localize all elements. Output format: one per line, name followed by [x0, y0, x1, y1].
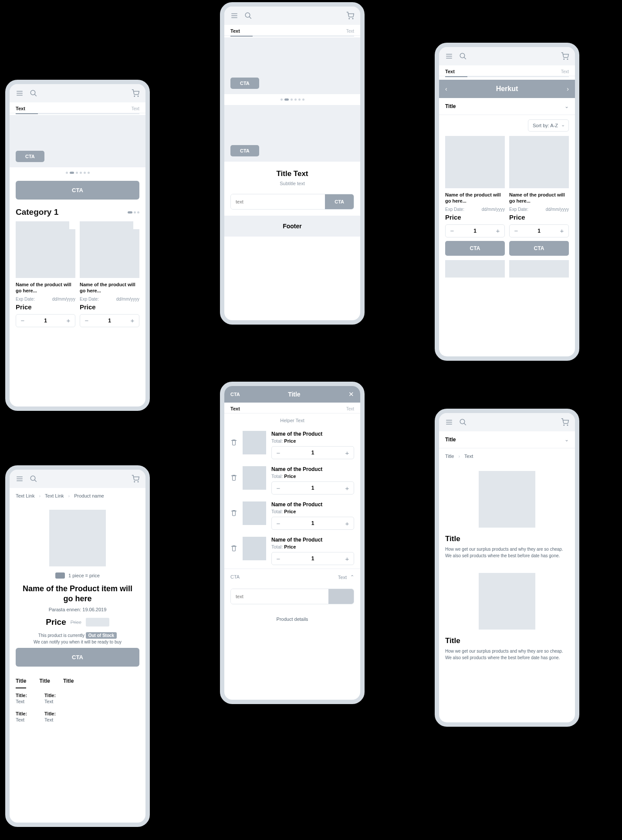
cart-header-cta[interactable]: CTA [230, 392, 240, 397]
email-input[interactable] [231, 194, 325, 209]
sort-select[interactable]: Sort by: A-Z [528, 119, 569, 132]
filter-row[interactable]: Title ⌄ [439, 431, 575, 448]
svg-point-19 [564, 59, 565, 60]
tab[interactable]: Title [63, 678, 74, 688]
color-swatch [55, 572, 65, 579]
filter-row[interactable]: Title ⌄ [439, 98, 575, 115]
search-row[interactable]: Text Text [10, 102, 145, 113]
minus-button[interactable]: − [80, 317, 93, 324]
promo-input[interactable] [231, 589, 328, 604]
tabs: Title Title Title [10, 672, 145, 688]
search-icon[interactable] [459, 52, 467, 60]
minus-button[interactable]: − [272, 520, 285, 527]
plus-button[interactable]: + [126, 317, 139, 324]
hero-cta-button[interactable]: CTA [230, 78, 259, 89]
search-row[interactable]: Text Text [224, 25, 360, 36]
add-button[interactable]: CTA [509, 241, 569, 256]
svg-point-12 [349, 18, 350, 19]
product-details-link[interactable]: Product details [224, 610, 360, 628]
plus-button[interactable]: + [341, 484, 354, 492]
tab[interactable]: Title [16, 678, 26, 688]
chevron-up-icon[interactable]: ⌃ [350, 574, 354, 580]
hero-banner: CTA [10, 115, 145, 167]
email-input-combo[interactable]: CTA [230, 194, 354, 210]
tab[interactable]: Title [39, 678, 50, 688]
product-card[interactable]: Name of the product will go here... Exp … [445, 136, 505, 256]
promo-input-combo[interactable] [230, 589, 354, 604]
product-card[interactable]: Name of the product will go here... Exp … [509, 136, 569, 256]
svg-line-25 [34, 480, 37, 482]
minus-button[interactable]: − [272, 555, 285, 562]
chevron-right-icon: › [68, 493, 70, 498]
submit-button[interactable]: CTA [325, 194, 354, 209]
price-old: Price [71, 620, 81, 625]
progress-bar [16, 113, 139, 114]
breadcrumb-link[interactable]: Text Link [45, 493, 64, 498]
quantity-stepper[interactable]: − 1 + [80, 314, 139, 327]
cart-icon[interactable] [132, 89, 139, 97]
svg-point-27 [138, 481, 139, 482]
plus-button[interactable]: + [341, 449, 354, 457]
breadcrumb-link[interactable]: Text Link [16, 493, 34, 498]
minus-button[interactable]: − [446, 227, 459, 234]
menu-icon[interactable] [445, 52, 453, 60]
footer: Footer [224, 216, 360, 237]
breadcrumb-link[interactable]: Title [445, 454, 454, 459]
product-card[interactable]: Name of the product will go here... Exp … [80, 221, 139, 327]
product-image [80, 221, 139, 278]
search-icon[interactable] [244, 12, 252, 20]
cart-item-image [243, 466, 266, 490]
close-icon[interactable]: ✕ [348, 390, 354, 398]
minus-button[interactable]: − [510, 227, 523, 234]
plus-button[interactable]: + [491, 227, 504, 234]
search-icon[interactable] [30, 475, 37, 483]
menu-icon[interactable] [16, 89, 24, 97]
cart-icon[interactable] [561, 52, 569, 60]
quantity-stepper[interactable]: − 1 + [16, 314, 75, 327]
main-cta-button[interactable]: CTA [16, 181, 139, 200]
content-text: How we get our surplus products and why … [445, 546, 569, 559]
search-icon[interactable] [30, 89, 37, 97]
minus-button[interactable]: − [272, 484, 285, 492]
cart-item: Name of the Product Total: Price −1+ [224, 463, 360, 498]
delete-icon[interactable] [230, 545, 237, 553]
plus-button[interactable]: + [555, 227, 568, 234]
section-title: Title Text [230, 169, 354, 178]
minus-button[interactable]: − [272, 449, 285, 457]
menu-icon[interactable] [16, 475, 24, 483]
delete-icon[interactable] [230, 474, 237, 483]
cart-icon[interactable] [346, 12, 354, 20]
product-card[interactable]: Name of the product will go here... Exp … [16, 221, 75, 327]
add-button[interactable]: CTA [445, 241, 505, 256]
content-title: Title [445, 535, 569, 543]
cart-item-image [243, 431, 266, 454]
apply-button[interactable] [328, 589, 354, 604]
prev-arrow-icon[interactable]: ‹ [445, 85, 447, 92]
search-row[interactable]: Text Text [439, 65, 575, 76]
product-image [509, 260, 569, 278]
search-icon[interactable] [459, 418, 467, 426]
delete-icon[interactable] [230, 509, 237, 518]
plus-button[interactable]: + [341, 520, 354, 527]
hero-cta-button[interactable]: CTA [16, 151, 44, 162]
notify-button[interactable]: CTA [16, 648, 139, 667]
product-image [445, 136, 505, 188]
search-row[interactable]: Text Text [224, 403, 360, 413]
svg-line-11 [249, 17, 251, 19]
minus-button[interactable]: − [16, 317, 29, 324]
next-arrow-icon[interactable]: › [567, 85, 569, 92]
plus-button[interactable]: + [62, 317, 75, 324]
hero-cta-button[interactable]: CTA [230, 145, 259, 156]
menu-icon[interactable] [445, 418, 453, 426]
delete-icon[interactable] [230, 439, 237, 447]
cart-icon[interactable] [561, 418, 569, 426]
cart-icon[interactable] [132, 475, 139, 483]
plus-button[interactable]: + [341, 555, 354, 562]
menu-icon[interactable] [230, 12, 238, 20]
svg-line-32 [464, 423, 466, 425]
best-before: Parasta ennen: 19.06.2019 [10, 607, 145, 612]
section-subtitle: Subtitle text [230, 181, 354, 186]
summary-cta[interactable]: CTA [230, 574, 240, 580]
cart-item: Name of the Product Total: Price −1+ [224, 498, 360, 533]
screen-content: Title ⌄ Title › Text Title How we get ou… [435, 409, 579, 727]
